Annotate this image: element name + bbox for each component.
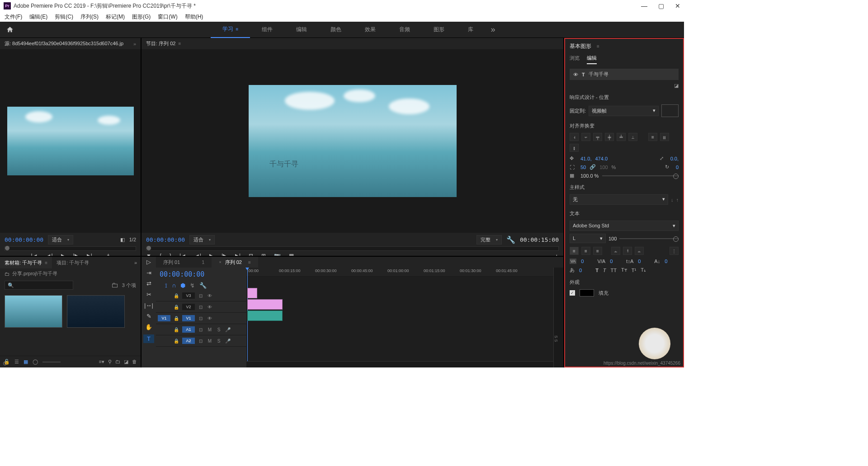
marker-add-icon[interactable]: ⬢ xyxy=(180,282,185,289)
step-fwd2-icon[interactable]: |▶ xyxy=(222,253,227,256)
new-bin2-icon[interactable]: 🗀 xyxy=(115,359,120,365)
lock-v2-icon[interactable]: 🔒 xyxy=(173,305,179,310)
program-timecode[interactable]: 00:00:00:00 xyxy=(146,236,185,243)
home-icon[interactable] xyxy=(5,26,14,34)
pull-icon[interactable]: ↑ xyxy=(676,197,679,202)
sort-icon[interactable]: ≡▾ xyxy=(99,359,104,365)
workspace-editing[interactable]: 编辑 xyxy=(284,22,319,38)
title-overlay[interactable]: 千与千寻 xyxy=(269,160,298,169)
comparison-icon[interactable]: ▦ xyxy=(289,253,294,256)
pen-tool-icon[interactable]: ✎ xyxy=(146,313,151,320)
project-search-input[interactable] xyxy=(5,281,73,290)
align-vl-icon[interactable]: ╧ xyxy=(617,133,626,141)
dist-v-icon[interactable]: ⫼ xyxy=(660,133,669,141)
step-back2-icon[interactable]: ◄| xyxy=(194,253,201,256)
program-preview[interactable]: 千与千寻 xyxy=(249,85,457,197)
layer-item[interactable]: 👁 T 千与千寻 xyxy=(570,69,679,80)
fontsize-slider[interactable] xyxy=(619,238,679,239)
trash-icon[interactable]: 🗑 xyxy=(132,359,137,365)
clip-v1[interactable] xyxy=(247,299,283,310)
align-vm-icon[interactable]: ╪ xyxy=(605,133,614,141)
new-layer-icon[interactable]: ◪ xyxy=(570,83,679,89)
step-fwd-icon[interactable]: |▶ xyxy=(73,253,79,256)
allcaps-icon[interactable]: TT xyxy=(611,268,617,273)
workspace-audio[interactable]: 音频 xyxy=(387,22,422,38)
text-align-bot-icon[interactable]: ⫠ xyxy=(635,247,644,255)
selection-tool-icon[interactable]: ▷ xyxy=(146,259,151,265)
timeline-zoom-bar[interactable] xyxy=(246,361,553,367)
menu-window[interactable]: 窗口(W) xyxy=(156,12,179,22)
lock-a1-icon[interactable]: 🔒 xyxy=(173,327,179,332)
settings-icon[interactable]: ↯ xyxy=(190,282,195,289)
menu-edit[interactable]: 编辑(E) xyxy=(28,12,49,22)
bin-icon[interactable]: 🗀 xyxy=(5,271,9,277)
in-icon[interactable]: { xyxy=(160,253,161,256)
superscript-icon[interactable]: T¹ xyxy=(632,268,636,273)
track-select-tool-icon[interactable]: ⇥ xyxy=(146,269,151,276)
menu-marker[interactable]: 标记(M) xyxy=(104,12,127,22)
subscript-icon[interactable]: T₁ xyxy=(641,267,646,273)
razor-tool-icon[interactable]: ✂ xyxy=(146,291,151,298)
goto-in-icon[interactable]: |◄ xyxy=(179,253,186,256)
workspace-color[interactable]: 颜色 xyxy=(319,22,353,38)
close-button[interactable]: ✕ xyxy=(675,2,680,9)
project-thumb-2[interactable] xyxy=(67,295,125,328)
icon-view-icon[interactable]: ▦ xyxy=(24,359,28,365)
pos-y[interactable]: 474.0 xyxy=(595,156,608,161)
minimize-button[interactable]: — xyxy=(641,2,647,9)
workspace-libraries[interactable]: 库 xyxy=(456,22,485,38)
new-bin-icon[interactable]: 🗀 xyxy=(111,281,118,289)
workspace-assembly[interactable]: 组件 xyxy=(250,22,284,38)
text-tategaki-icon[interactable]: ⋮ xyxy=(670,247,679,255)
menu-clip[interactable]: 剪辑(C) xyxy=(53,12,75,22)
text-align-center-icon[interactable]: ≡ xyxy=(581,247,590,255)
pin-dropdown[interactable]: 视频帧▾ xyxy=(589,106,659,116)
project-tab-bin[interactable]: 素材箱: 千与千寻≡ xyxy=(0,257,52,268)
fill-checkbox[interactable]: ✓ xyxy=(570,290,575,296)
ess-tab-browse[interactable]: 浏览 xyxy=(570,55,580,64)
maximize-button[interactable]: ▢ xyxy=(658,2,664,9)
add-button-icon[interactable]: + xyxy=(555,253,559,256)
workspace-graphics[interactable]: 图形 xyxy=(422,22,456,38)
step-back-icon[interactable]: ◄| xyxy=(46,253,53,256)
play2-icon[interactable]: ▶ xyxy=(209,253,213,256)
lock-v3-icon[interactable]: 🔒 xyxy=(173,293,179,298)
linked-sel-icon[interactable]: ∩ xyxy=(172,282,176,289)
text-align-top-icon[interactable]: ⫠ xyxy=(611,247,620,255)
marker-icon[interactable]: ▼ xyxy=(146,253,151,256)
new-item-icon[interactable]: ◪ xyxy=(124,359,128,365)
source-timecode[interactable]: 00:00:00:00 xyxy=(5,236,43,243)
more-icon[interactable]: »+ xyxy=(104,253,110,256)
project-overflow[interactable]: » xyxy=(131,260,141,265)
master-style-dropdown[interactable]: 无▾ xyxy=(570,194,668,205)
dist-s-icon[interactable]: ⫿ xyxy=(570,144,579,152)
program-zoom-dropdown[interactable]: 适合 xyxy=(189,235,215,245)
font-size[interactable]: 100 xyxy=(609,236,617,241)
menu-sequence[interactable]: 序列(S) xyxy=(79,12,100,22)
smallcaps-icon[interactable]: Tᴛ xyxy=(621,267,627,273)
dist-h-icon[interactable]: ≡ xyxy=(648,133,657,141)
lift-icon[interactable]: ⊟ xyxy=(249,253,253,256)
thumb-size-slider[interactable] xyxy=(42,362,61,362)
italic-icon[interactable]: T xyxy=(603,268,606,273)
align-hc-icon[interactable]: ⫟ xyxy=(581,133,590,141)
source-preview[interactable] xyxy=(7,107,134,175)
menu-help[interactable]: 帮助(H) xyxy=(183,12,205,22)
lock-a2-icon[interactable]: 🔒 xyxy=(173,339,179,344)
play-icon[interactable]: ▶ xyxy=(61,253,65,256)
extract-icon[interactable]: ⊞ xyxy=(261,253,266,256)
align-hl-icon[interactable]: ⫞ xyxy=(570,133,579,141)
bold-icon[interactable]: T xyxy=(595,268,599,273)
snap-icon[interactable]: ⟟ xyxy=(165,282,167,289)
text-align-mid-icon[interactable]: ⫲ xyxy=(623,247,632,255)
pin-grid[interactable] xyxy=(661,104,679,117)
opacity-slider[interactable] xyxy=(602,175,679,176)
opacity-val[interactable]: 100.0 % xyxy=(580,173,599,179)
workspace-learn[interactable]: 学习≡ xyxy=(211,22,250,38)
text-align-right-icon[interactable]: ≡ xyxy=(593,247,602,255)
source-v1[interactable]: V1 xyxy=(158,315,170,321)
hand-tool-icon[interactable]: ✋ xyxy=(145,324,152,330)
anchor-x[interactable]: 0.0, xyxy=(670,156,679,161)
rotation-val[interactable]: 0 xyxy=(676,165,679,170)
find-icon[interactable]: ⚲ xyxy=(108,359,112,365)
